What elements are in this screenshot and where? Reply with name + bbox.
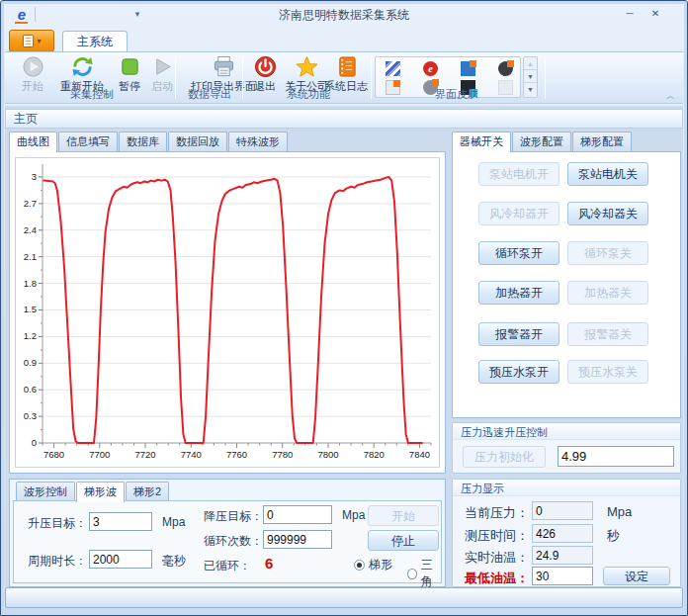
ribbon-tab-main-system[interactable]: 主系统 <box>62 31 128 53</box>
skin-red-circle-icon[interactable]: e <box>423 61 438 76</box>
period-unit: 毫秒 <box>162 553 186 570</box>
tab-curve-chart[interactable]: 曲线图 <box>9 132 57 152</box>
svg-text:0.3: 0.3 <box>24 410 37 421</box>
tab-wave-config[interactable]: 波形配置 <box>512 132 571 151</box>
pump-motor-off-button[interactable]: 泵站电机关 <box>567 162 648 186</box>
tab-wave-control[interactable]: 波形控制 <box>16 482 75 501</box>
circulation-pump-off-button[interactable]: 循环泵关 <box>567 241 648 265</box>
radio-trapezoid[interactable]: 梯形 <box>354 557 392 573</box>
pressure-init-button[interactable]: 压力初始化 <box>463 446 546 468</box>
current-pressure-unit: Mpa <box>607 504 632 519</box>
svg-text:7780: 7780 <box>272 449 293 460</box>
oil-temp-value <box>532 546 593 565</box>
power-icon <box>254 55 277 78</box>
group-caption-export: 数据导出 <box>179 87 240 102</box>
svg-text:1.8: 1.8 <box>24 278 37 289</box>
min-oil-temp-label: 最低油温： <box>465 570 529 587</box>
set-button[interactable]: 设定 <box>603 567 670 585</box>
svg-text:7820: 7820 <box>364 449 385 460</box>
play-circle-icon <box>22 55 44 78</box>
group-caption-acquisition: 采集控制 <box>11 87 173 102</box>
svg-text:0.9: 0.9 <box>24 357 37 368</box>
title-bar: e ▾ 济南思明特数据采集系统 ─ ✕ <box>5 4 683 28</box>
application-menu-button[interactable]: ▾ <box>9 30 54 52</box>
prepress-pump-on-button[interactable]: 预压水泵开 <box>478 360 559 384</box>
pressure-display-title: 压力显示 <box>453 480 680 496</box>
wave-stop-button[interactable]: 停止 <box>368 530 439 551</box>
svg-text:3: 3 <box>32 171 37 182</box>
chart-container: 00.30.60.91.21.51.82.12.42.7376807700772… <box>15 157 440 468</box>
rise-target-input[interactable] <box>89 512 152 531</box>
window-title: 济南思明特数据采集系统 <box>5 7 683 24</box>
min-oil-temp-input[interactable] <box>532 567 593 585</box>
tab-info-fill[interactable]: 信息填写 <box>58 132 118 151</box>
prepress-pump-off-button[interactable]: 预压水泵关 <box>567 360 648 384</box>
device-tabstrip: 器械开关 波形配置 梯形配置 控制器配置 <box>452 132 683 151</box>
cycle-count-input[interactable] <box>263 530 332 549</box>
heater-off-button[interactable]: 加热器关 <box>567 281 648 305</box>
star-icon <box>296 55 318 78</box>
client-area: 主页 曲线图 信息填写 数据库 数据回放 特殊波形 00.30.60.91.21… <box>5 106 683 612</box>
period-input[interactable] <box>89 550 152 569</box>
green-square-icon <box>119 55 141 78</box>
ribbon-tab-row: ▾ 主系统 <box>5 28 683 52</box>
skin-blue-square-icon[interactable] <box>461 61 475 76</box>
gallery-up-icon[interactable]: ▲ <box>524 57 537 70</box>
app-window: e ▾ 济南思明特数据采集系统 ─ ✕ ▾ 主系统 开始 <box>0 0 688 616</box>
gallery-down-icon[interactable]: ▼ <box>524 70 537 83</box>
pump-motor-on-button[interactable]: 泵站电机开 <box>478 162 559 186</box>
tab-data-replay[interactable]: 数据回放 <box>168 132 227 151</box>
radio-triangle[interactable]: 三角 <box>407 557 441 590</box>
measure-time-unit: 秒 <box>607 527 620 545</box>
svg-text:7760: 7760 <box>226 449 247 460</box>
heater-on-button[interactable]: 加热器开 <box>478 281 559 305</box>
group-caption-system: 系统功能 <box>248 87 369 102</box>
tab-device-switches[interactable]: 器械开关 <box>452 132 511 152</box>
tab-trapezoid-config[interactable]: 梯形配置 <box>572 132 632 151</box>
svg-text:1.5: 1.5 <box>24 304 37 314</box>
rise-target-label: 升压目标： <box>28 515 87 532</box>
svg-text:7680: 7680 <box>43 449 64 460</box>
app-menu-document-icon <box>22 35 35 47</box>
svg-text:7720: 7720 <box>134 449 155 460</box>
tab-database[interactable]: 数据库 <box>119 132 167 151</box>
ribbon: 开始 重新开始 暂停 启动 采集控制 <box>5 51 683 104</box>
air-cooler-on-button[interactable]: 风冷却器开 <box>478 202 559 225</box>
curve-page: 00.30.60.91.21.51.82.12.42.7376807700772… <box>9 151 446 474</box>
circulation-pump-on-button[interactable]: 循环泵开 <box>478 241 559 265</box>
wave-panel: 波形控制 梯形波 梯形2 升压目标： Mpa 周期时长： 毫秒 降压目标： Mp… <box>9 479 446 587</box>
ribbon-collapse-icon[interactable]: ︿ <box>666 90 675 103</box>
main-tabstrip: 曲线图 信息填写 数据库 数据回放 特殊波形 <box>9 132 289 151</box>
close-button[interactable]: ✕ <box>645 5 665 22</box>
wave-start-button[interactable]: 开始 <box>368 505 439 526</box>
svg-text:7740: 7740 <box>181 449 202 460</box>
svg-text:0.6: 0.6 <box>24 384 37 395</box>
pressure-init-input[interactable] <box>558 446 674 467</box>
pressure-boost-title: 压力迅速升压控制 <box>453 423 680 440</box>
skin-stripes-icon[interactable] <box>386 61 400 76</box>
log-book-icon <box>335 55 358 78</box>
pressure-boost-groupbox: 压力迅速升压控制 压力初始化 <box>452 422 681 474</box>
tab-trapezoid-wave[interactable]: 梯形波 <box>76 482 125 502</box>
group-separator <box>371 57 372 99</box>
wave-tabstrip: 波形控制 梯形波 梯形2 <box>16 482 170 501</box>
cycle-count-label: 循环次数： <box>204 533 263 550</box>
air-cooler-off-button[interactable]: 风冷却器关 <box>567 202 648 225</box>
minimize-button[interactable]: ─ <box>620 5 640 22</box>
refresh-icon <box>71 55 94 78</box>
fall-target-input[interactable] <box>263 505 332 524</box>
pressure-chart: 00.30.60.91.21.51.82.12.42.7376807700772… <box>16 158 439 467</box>
app-menu-arrow-icon: ▾ <box>37 37 41 45</box>
rise-target-unit: Mpa <box>162 515 185 529</box>
fall-target-label: 降压目标： <box>204 508 263 525</box>
tab-trapezoid-2[interactable]: 梯形2 <box>126 482 169 501</box>
skin-dark-circle-icon[interactable] <box>498 61 513 76</box>
printer-icon <box>213 55 235 78</box>
alarm-off-button[interactable]: 报警器关 <box>567 322 648 346</box>
svg-text:0: 0 <box>32 437 37 448</box>
cycled-value: 6 <box>265 555 273 572</box>
pressure-display-groupbox: 压力显示 当前压力： Mpa 测压时间： 秒 实时油温： 最低油温： 设定 <box>452 479 681 587</box>
alarm-on-button[interactable]: 报警器开 <box>478 322 559 346</box>
play-triangle-icon <box>151 55 174 78</box>
tab-special-wave[interactable]: 特殊波形 <box>228 132 288 151</box>
